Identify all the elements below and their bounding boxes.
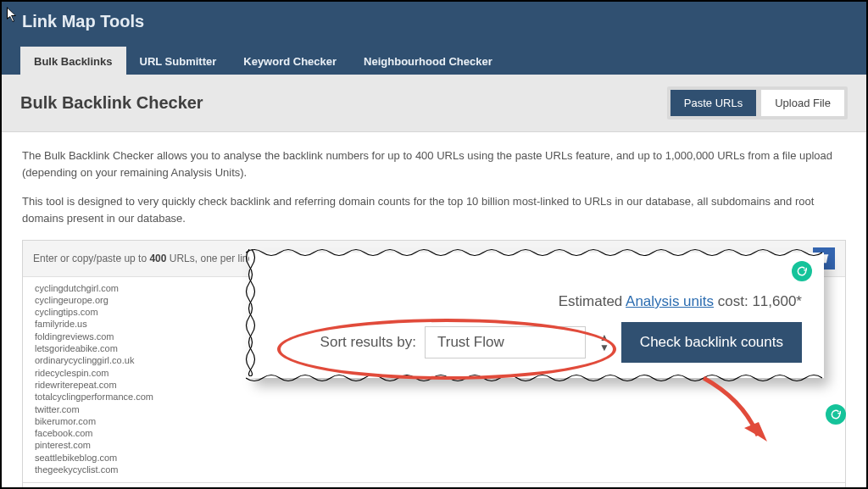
url-line: ridewriterepeat.com bbox=[35, 379, 833, 391]
bucket-icon bbox=[818, 253, 830, 264]
panel-instruction: Enter or copy/paste up to 400 URLs, one … bbox=[33, 253, 323, 264]
url-line: pinterest.com bbox=[35, 439, 833, 451]
url-line: cyclingeurope.org bbox=[35, 294, 833, 306]
main-tabs: Bulk Backlinks URL Submitter Keyword Che… bbox=[20, 47, 854, 75]
panel-header: Enter or copy/paste up to 400 URLs, one … bbox=[23, 241, 845, 277]
url-line: foldingreviews.com bbox=[35, 331, 833, 342]
app-window: Link Map Tools Bulk Backlinks URL Submit… bbox=[0, 0, 868, 489]
url-line: familyride.us bbox=[35, 318, 833, 330]
url-line: letsgorideabike.com bbox=[35, 342, 833, 354]
url-line: ordinarycyclinggirl.co.uk bbox=[35, 354, 833, 366]
app-title: Link Map Tools bbox=[22, 12, 854, 31]
import-bucket-group: Import from Bucket bbox=[721, 247, 835, 270]
url-line: cyclingtips.com bbox=[35, 306, 833, 318]
url-line: ridecyclespin.com bbox=[35, 367, 833, 379]
app-header: Link Map Tools Bulk Backlinks URL Submit… bbox=[2, 2, 866, 75]
url-line: cyclingdutchgirl.com bbox=[35, 282, 833, 294]
main-content: The Bulk Backlink Checker allows you to … bbox=[2, 132, 866, 489]
panel-instruction-mid: URLs, one per line. Or bbox=[166, 253, 273, 264]
url-line: facebook.com bbox=[35, 427, 833, 439]
panel-row-options: Also submit URLs to the Majestic crawler… bbox=[23, 482, 845, 489]
panel-instruction-count: 400 bbox=[149, 253, 166, 264]
url-panel: Enter or copy/paste up to 400 URLs, one … bbox=[22, 240, 846, 489]
intro-paragraph-2: This tool is designed to very quickly ch… bbox=[22, 193, 846, 227]
mode-button-group: Paste URLs Upload File bbox=[667, 86, 848, 119]
tab-neighbourhood-checker[interactable]: Neighbourhood Checker bbox=[350, 47, 506, 75]
page-subheader: Bulk Backlink Checker Paste URLs Upload … bbox=[2, 75, 866, 132]
panel-instruction-pre: Enter or copy/paste up to bbox=[33, 253, 149, 264]
url-line: seattlebikeblog.com bbox=[35, 452, 833, 464]
page-title: Bulk Backlink Checker bbox=[20, 93, 203, 113]
tab-keyword-checker[interactable]: Keyword Checker bbox=[230, 47, 350, 75]
import-bucket-label: Import from Bucket bbox=[721, 253, 806, 264]
url-line: twitter.com bbox=[35, 403, 833, 415]
upload-file-button[interactable]: Upload File bbox=[761, 90, 844, 116]
grammarly-icon bbox=[826, 404, 846, 425]
tab-url-submitter[interactable]: URL Submitter bbox=[126, 47, 231, 75]
url-line: bikerumor.com bbox=[35, 415, 833, 427]
upload-link[interactable]: upload bbox=[274, 253, 304, 264]
url-textarea[interactable]: cyclingdutchgirl.com cyclingeurope.org c… bbox=[23, 277, 845, 483]
bucket-icon-button[interactable] bbox=[813, 247, 835, 270]
tab-bulk-backlinks[interactable]: Bulk Backlinks bbox=[20, 47, 126, 75]
url-line: totalcyclingperformance.com bbox=[35, 391, 833, 403]
url-line: thegeekycyclist.com bbox=[35, 464, 833, 475]
paste-urls-button[interactable]: Paste URLs bbox=[670, 90, 756, 116]
panel-instruction-post: file. bbox=[304, 253, 323, 264]
intro-paragraph-1: The Bulk Backlink Checker allows you to … bbox=[22, 147, 846, 181]
